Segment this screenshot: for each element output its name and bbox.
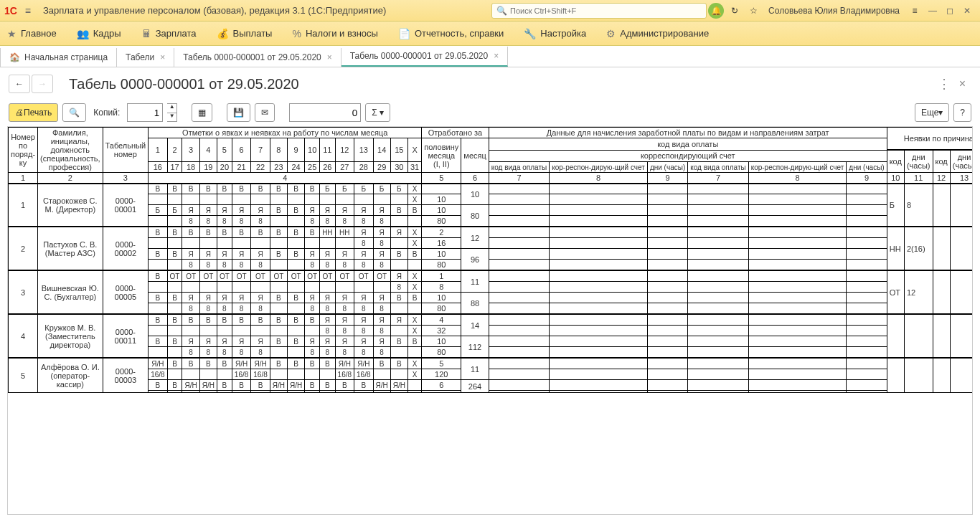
email-button[interactable]: ✉ xyxy=(255,103,275,122)
save-button[interactable]: 💾 xyxy=(227,103,250,122)
grid-icon: ▦ xyxy=(198,108,206,118)
help-button[interactable]: ? xyxy=(953,103,971,122)
gear-icon: ⚙ xyxy=(606,28,616,39)
page-header: ← → Табель 0000-000001 от 29.05.2020 ⋮ × xyxy=(0,67,980,100)
menu-settings[interactable]: 🔧Настройка xyxy=(524,28,586,39)
save-icon: 💾 xyxy=(233,108,244,118)
close-icon[interactable]: × xyxy=(327,52,332,62)
notify-button[interactable]: 🔔 xyxy=(707,1,725,20)
th-pay: Данные для начисления заработной платы п… xyxy=(489,128,887,128)
minimize-button[interactable]: — xyxy=(924,6,941,16)
menu-salary[interactable]: 🖩Зарплата xyxy=(141,28,197,39)
wrench-icon: 🔧 xyxy=(524,28,536,39)
printer-icon: 🖨 xyxy=(15,108,24,118)
th-num: Номер по поряд-ку xyxy=(9,128,38,128)
preview-button[interactable]: 🔍 xyxy=(62,103,86,122)
main-menu: ★Главное 👥Кадры 🖩Зарплата 💰Выплаты %Нало… xyxy=(0,22,980,46)
bell-icon: 🔔 xyxy=(708,3,724,19)
window-titlebar: 1C ≡ Зарплата и управление персоналом (б… xyxy=(0,0,980,22)
back-button[interactable]: ← xyxy=(9,75,30,93)
select-all-button[interactable]: ▦ xyxy=(192,103,212,122)
menu-taxes[interactable]: %Налоги и взносы xyxy=(292,28,378,39)
home-icon: 🏠 xyxy=(9,52,20,62)
menu-personnel[interactable]: 👥Кадры xyxy=(77,28,121,39)
star-icon[interactable]: ☆ xyxy=(744,1,763,20)
search-icon: 🔍 xyxy=(496,6,507,16)
tab-doc2-active[interactable]: Табель 0000-000001 от 29.05.2020× xyxy=(341,47,508,67)
copies-spinner[interactable]: ▲▼ xyxy=(167,103,177,122)
menu-icon[interactable]: ≡ xyxy=(20,5,36,16)
tab-doc1[interactable]: Табель 0000-000001 от 29.05.2020× xyxy=(174,48,341,67)
user-label: Соловьева Юлия Владимировна xyxy=(768,6,900,16)
close-icon[interactable]: × xyxy=(494,51,499,61)
close-button[interactable]: ✕ xyxy=(958,6,976,16)
more-button[interactable]: Еще ▾ xyxy=(915,103,949,122)
table-scroll[interactable]: Номер по поряд-ку Фамилия, инициалы, дол… xyxy=(7,126,973,128)
history-icon[interactable]: ↻ xyxy=(725,1,744,20)
sum-button[interactable]: Σ ▾ xyxy=(365,103,390,122)
search-box[interactable]: 🔍 xyxy=(491,3,707,19)
mail-icon: ✉ xyxy=(261,108,268,118)
menu-reports[interactable]: 📄Отчетность, справки xyxy=(398,28,504,39)
page-title: Табель 0000-000001 от 29.05.2020 xyxy=(69,76,299,92)
money-icon: 💰 xyxy=(217,28,229,39)
percent-icon: % xyxy=(292,28,301,39)
more-icon[interactable]: ⋮ xyxy=(935,73,953,95)
page-close-icon[interactable]: × xyxy=(953,75,971,93)
th-worked: Отработано за xyxy=(422,128,489,128)
tab-bar: 🏠Начальная страница Табели× Табель 0000-… xyxy=(0,46,980,67)
maximize-button[interactable]: ◻ xyxy=(941,6,958,16)
menu-main[interactable]: ★Главное xyxy=(7,28,57,39)
app-logo: 1C xyxy=(4,5,17,16)
menu-admin[interactable]: ⚙Администрирование xyxy=(606,28,709,39)
tab-timesheets[interactable]: Табели× xyxy=(117,48,174,67)
app-title: Зарплата и управление персоналом (базова… xyxy=(43,5,386,16)
toolbar: 🖨 Печать 🔍 Копий: ▲▼ ▦ 💾 ✉ Σ ▾ Еще ▾ ? xyxy=(0,100,980,128)
th-abs: Неявки по причинам xyxy=(887,128,973,128)
forward-button[interactable]: → xyxy=(32,75,53,93)
search-input[interactable] xyxy=(510,6,702,15)
menu-payments[interactable]: 💰Выплаты xyxy=(217,28,273,39)
close-icon[interactable]: × xyxy=(160,52,165,62)
timesheet-table: Номер по поряд-ку Фамилия, инициалы, дол… xyxy=(8,127,973,128)
print-button[interactable]: 🖨 Печать xyxy=(9,103,58,122)
th-fio: Фамилия, инициалы, должность (специально… xyxy=(38,128,103,128)
star-icon: ★ xyxy=(7,28,17,39)
people-icon: 👥 xyxy=(77,28,89,39)
zoom-icon: 🔍 xyxy=(69,108,80,118)
th-tab: Табельный номер xyxy=(103,128,149,128)
copies-label: Копий: xyxy=(93,108,120,118)
settings-icon[interactable]: ≡ xyxy=(905,1,924,20)
calculator-icon: 🖩 xyxy=(141,28,151,39)
th-marks: Отметки о явках и неявках на работу по ч… xyxy=(149,128,422,128)
tab-home[interactable]: 🏠Начальная страница xyxy=(0,48,117,67)
copies-input[interactable] xyxy=(127,103,163,122)
sum-input[interactable] xyxy=(289,103,361,122)
report-icon: 📄 xyxy=(398,28,410,39)
